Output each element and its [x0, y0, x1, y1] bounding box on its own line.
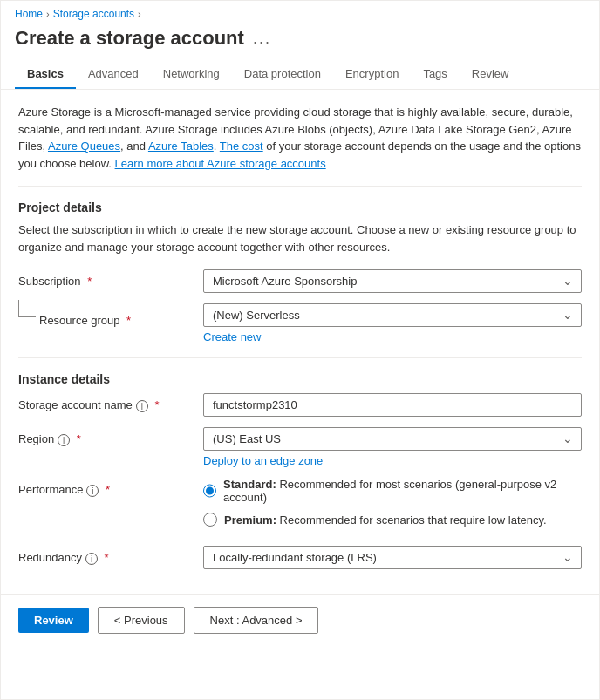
next-button[interactable]: Next : Advanced >: [194, 607, 319, 634]
azure-queues-link[interactable]: Azure Queues: [48, 139, 120, 153]
storage-account-name-row: Storage account name i *: [18, 393, 582, 417]
redundancy-info-icon[interactable]: i: [85, 553, 98, 565]
tab-tags[interactable]: Tags: [411, 60, 459, 89]
resource-group-select-wrapper: (New) Serverless: [203, 303, 582, 327]
cost-link[interactable]: The cost: [220, 139, 263, 153]
region-info-icon[interactable]: i: [58, 434, 70, 446]
deploy-edge-zone-link[interactable]: Deploy to an edge zone: [203, 454, 323, 467]
storage-account-name-control: [203, 393, 582, 417]
performance-info-icon[interactable]: i: [86, 485, 99, 497]
region-select-wrapper: (US) East US: [203, 427, 582, 451]
subscription-control: Microsoft Azure Sponsorship: [203, 269, 582, 293]
resource-group-label: Resource group *: [39, 309, 214, 327]
tab-data-protection[interactable]: Data protection: [232, 60, 333, 89]
resource-group-required: *: [124, 314, 132, 327]
project-details-title: Project details: [18, 200, 582, 214]
resource-group-label-wrap: Resource group *: [18, 303, 193, 327]
subscription-select-wrapper: Microsoft Azure Sponsorship: [203, 269, 582, 293]
performance-premium-label: Premium: Recommended for scenarios that …: [224, 513, 547, 527]
azure-tables-link[interactable]: Azure Tables: [148, 139, 214, 153]
region-select[interactable]: (US) East US: [203, 427, 582, 451]
tab-advanced[interactable]: Advanced: [76, 60, 151, 89]
performance-premium-row: Premium: Recommended for scenarios that …: [203, 513, 582, 527]
storage-account-name-required: *: [152, 398, 160, 411]
performance-row: Performance i * Standard: Recommended fo…: [18, 478, 582, 535]
subscription-select[interactable]: Microsoft Azure Sponsorship: [203, 269, 582, 293]
breadcrumb-storage-accounts[interactable]: Storage accounts: [53, 8, 134, 20]
resource-group-control: (New) Serverless Create new: [203, 303, 582, 343]
content-area: Azure Storage is a Microsoft-managed ser…: [1, 90, 599, 594]
breadcrumb: Home › Storage accounts ›: [1, 1, 599, 24]
more-options-icon[interactable]: ...: [253, 30, 271, 48]
region-row: Region i * (US) East US Deploy to an edg…: [18, 427, 582, 467]
tab-review[interactable]: Review: [460, 60, 522, 89]
redundancy-select-wrapper: Locally-redundant storage (LRS): [203, 546, 582, 569]
region-required: *: [73, 432, 81, 445]
previous-button[interactable]: < Previous: [98, 607, 185, 634]
page-title: Create a storage account: [15, 27, 244, 50]
section-divider-2: [18, 357, 582, 358]
project-details-description: Select the subscription in which to crea…: [18, 221, 582, 255]
region-control: (US) East US Deploy to an edge zone: [203, 427, 582, 467]
redundancy-label: Redundancy i *: [18, 546, 193, 565]
resource-group-select[interactable]: (New) Serverless: [203, 303, 582, 327]
region-label: Region i *: [18, 427, 193, 446]
performance-required: *: [102, 483, 110, 496]
subscription-required: *: [85, 275, 92, 288]
breadcrumb-sep2: ›: [138, 9, 141, 19]
subscription-row: Subscription * Microsoft Azure Sponsorsh…: [18, 269, 582, 293]
instance-details-title: Instance details: [18, 372, 582, 386]
performance-standard-row: Standard: Recommended for most scenarios…: [203, 478, 582, 504]
breadcrumb-sep1: ›: [46, 9, 50, 19]
redundancy-required: *: [101, 551, 109, 564]
redundancy-select[interactable]: Locally-redundant storage (LRS): [203, 546, 582, 569]
tab-basics[interactable]: Basics: [15, 60, 76, 89]
tab-networking[interactable]: Networking: [151, 60, 232, 89]
performance-control: Standard: Recommended for most scenarios…: [203, 478, 582, 535]
resource-group-indent: [18, 300, 36, 317]
page-description: Azure Storage is a Microsoft-managed ser…: [18, 104, 582, 172]
learn-more-link[interactable]: Learn more about Azure storage accounts: [115, 157, 326, 170]
storage-account-name-label: Storage account name i *: [18, 393, 193, 412]
review-button[interactable]: Review: [18, 608, 89, 633]
resource-group-row: Resource group * (New) Serverless Create…: [18, 303, 582, 343]
storage-account-name-info-icon[interactable]: i: [136, 400, 148, 412]
storage-account-name-input[interactable]: [203, 393, 582, 417]
tab-encryption[interactable]: Encryption: [333, 60, 411, 89]
tab-bar: Basics Advanced Networking Data protecti…: [1, 60, 599, 90]
create-new-link[interactable]: Create new: [203, 330, 261, 343]
performance-standard-radio[interactable]: [203, 484, 216, 498]
footer: Review < Previous Next : Advanced >: [1, 594, 599, 646]
redundancy-row: Redundancy i * Locally-redundant storage…: [18, 546, 582, 569]
performance-premium-radio[interactable]: [203, 513, 217, 527]
breadcrumb-home[interactable]: Home: [15, 8, 43, 20]
section-divider-1: [18, 186, 582, 187]
page-header: Create a storage account ...: [1, 24, 599, 60]
subscription-label: Subscription *: [18, 269, 193, 288]
performance-standard-label: Standard: Recommended for most scenarios…: [223, 478, 582, 504]
performance-label: Performance i *: [18, 478, 193, 497]
redundancy-control: Locally-redundant storage (LRS): [203, 546, 582, 569]
